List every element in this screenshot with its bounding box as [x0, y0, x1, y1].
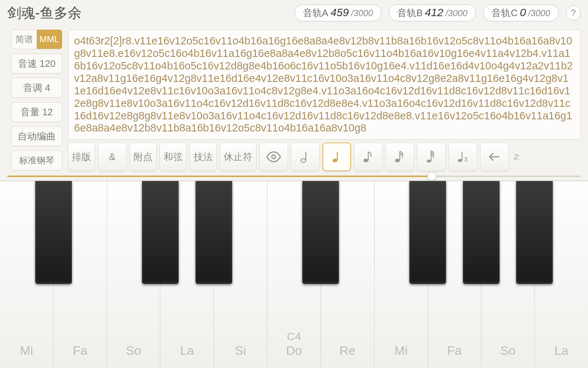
thirtysecond-note-icon[interactable] — [417, 142, 446, 171]
quarter-note-icon[interactable] — [322, 142, 351, 171]
eye-icon[interactable] — [259, 142, 288, 171]
instrument-button[interactable]: 标准钢琴 — [11, 151, 62, 170]
pitch-button[interactable]: 音调 4 — [11, 78, 62, 98]
key-solfege-label: So — [500, 343, 516, 358]
track-current: 0 — [520, 6, 526, 19]
rest-button[interactable]: 休止符 — [220, 142, 256, 171]
svg-point-9 — [427, 160, 431, 163]
black-key[interactable] — [302, 181, 339, 284]
svg-text:3: 3 — [464, 156, 467, 163]
notation-toggle[interactable]: 简谱 MML — [11, 29, 62, 49]
key-solfege-label: So — [126, 343, 141, 358]
svg-point-7 — [395, 159, 400, 162]
black-key[interactable] — [516, 181, 553, 284]
tempo-button[interactable]: 音速 120 — [11, 54, 62, 73]
key-solfege-label: La — [555, 343, 569, 358]
track-badges: 音轨A 459 /3000 音轨B 412 /3000 音轨C 0 /3000 — [295, 4, 559, 21]
half-note-icon[interactable] — [291, 142, 319, 171]
svg-point-11 — [458, 159, 462, 162]
key-solfege-label: Mi — [394, 343, 408, 358]
toolbar: 排版 & 附点 和弦 技法 休止符 — [68, 142, 581, 171]
svg-point-3 — [332, 159, 337, 162]
track-a[interactable]: 音轨A 459 /3000 — [295, 4, 381, 21]
track-label: 音轨C — [492, 7, 518, 19]
time-indicator: 2: — [514, 153, 520, 161]
notation-jianpu[interactable]: 简谱 — [11, 30, 37, 49]
eighth-note-icon[interactable] — [354, 142, 383, 171]
chord-button[interactable]: 和弦 — [160, 142, 187, 171]
key-note-label: C4 — [287, 330, 301, 343]
track-label: 音轨A — [303, 7, 328, 19]
volume-button[interactable]: 音量 12 — [11, 102, 62, 122]
black-key[interactable] — [35, 181, 72, 284]
svg-point-5 — [364, 159, 368, 162]
notation-mml[interactable]: MML — [37, 30, 62, 49]
key-solfege-label: Si — [235, 343, 246, 358]
technique-button[interactable]: 技法 — [190, 142, 217, 171]
key-solfege-label: La — [180, 343, 194, 358]
key-solfege-label: Fa — [73, 343, 87, 358]
svg-point-0 — [272, 155, 275, 159]
track-c[interactable]: 音轨C 0 /3000 — [483, 4, 559, 21]
track-current: 459 — [330, 6, 349, 19]
black-key[interactable] — [196, 181, 232, 284]
sixteenth-note-icon[interactable] — [386, 142, 414, 171]
black-key[interactable] — [142, 181, 179, 284]
triplet-icon[interactable]: 3 — [449, 142, 477, 171]
black-key[interactable] — [463, 181, 500, 284]
track-max: /3000 — [445, 8, 467, 18]
svg-point-1 — [301, 159, 306, 162]
song-title: 剑魂-鱼多余 — [7, 4, 82, 22]
piano-keyboard: MiFaSoLaSiC4DoReMiFaSoLa — [0, 181, 588, 368]
ampersand-button[interactable]: & — [98, 142, 127, 171]
key-solfege-label: Do — [286, 343, 302, 358]
sidebar: 简谱 MML 音速 120 音调 4 音量 12 自动编曲 标准钢琴 — [11, 29, 62, 171]
auto-compose-button[interactable]: 自动编曲 — [11, 126, 62, 146]
key-solfege-label: Mi — [20, 343, 33, 358]
mml-textarea[interactable]: o4t63r2[2]r8.v11e16v12o5c16v11o4b16a16g1… — [68, 29, 581, 140]
layout-button[interactable]: 排版 — [68, 142, 95, 171]
track-max: /3000 — [351, 8, 373, 18]
backspace-icon[interactable] — [480, 142, 509, 171]
track-max: /3000 — [528, 8, 550, 18]
help-button[interactable]: ? — [566, 6, 581, 20]
key-solfege-label: Re — [340, 343, 355, 358]
dot-button[interactable]: 附点 — [129, 142, 157, 171]
track-current: 412 — [425, 6, 443, 19]
key-solfege-label: Fa — [447, 343, 462, 358]
track-label: 音轨B — [397, 7, 423, 19]
track-b[interactable]: 音轨B 412 /3000 — [389, 4, 476, 21]
black-key[interactable] — [409, 181, 446, 284]
